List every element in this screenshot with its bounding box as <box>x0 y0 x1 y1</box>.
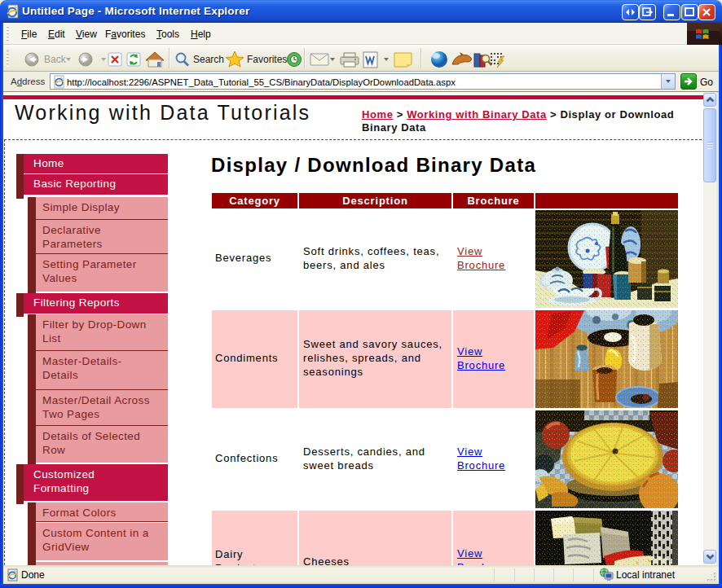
svg-text:Favorites: Favorites <box>247 54 287 65</box>
svg-text:Search: Search <box>193 54 224 65</box>
svg-text:Back: Back <box>44 54 67 65</box>
